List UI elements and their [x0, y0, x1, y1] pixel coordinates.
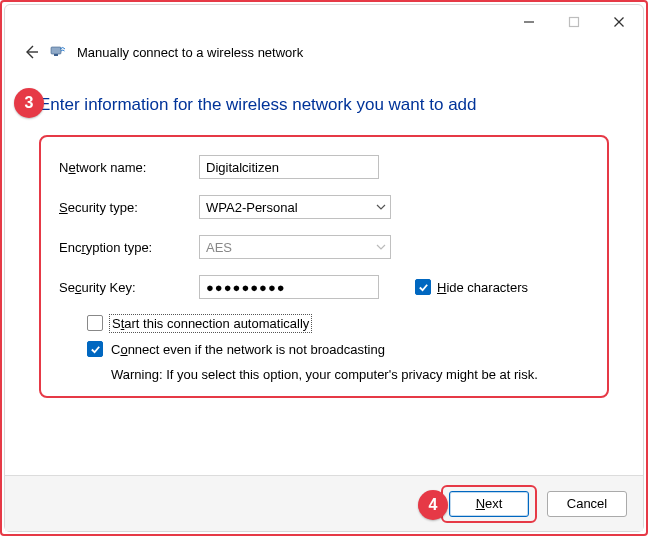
start-auto-option[interactable]: Start this connection automatically [87, 315, 589, 331]
connect-nonbroadcast-checkbox[interactable] [87, 341, 103, 357]
chevron-down-icon [376, 202, 386, 212]
form-highlight-box: Network name: Security type: WPA2-Person… [39, 135, 609, 398]
maximize-button [551, 7, 596, 37]
wizard-title: Manually connect to a wireless network [77, 45, 303, 60]
annotation-step-3: 3 [14, 88, 44, 118]
security-type-label: Security type: [59, 200, 199, 215]
minimize-button[interactable] [506, 7, 551, 37]
security-type-select[interactable]: WPA2-Personal [199, 195, 391, 219]
network-wizard-icon [49, 43, 67, 61]
titlebar [5, 5, 643, 39]
start-auto-label: Start this connection automatically [111, 316, 310, 331]
page-heading: Enter information for the wireless netwo… [39, 95, 609, 115]
security-type-value: WPA2-Personal [206, 200, 298, 215]
security-key-input[interactable] [199, 275, 379, 299]
network-name-label: Network name: [59, 160, 199, 175]
next-button-highlight: Next [441, 485, 537, 523]
connect-nonbroadcast-label: Connect even if the network is not broad… [111, 342, 385, 357]
wizard-header: Manually connect to a wireless network [5, 39, 643, 71]
hide-characters-label: Hide characters [437, 280, 528, 295]
svg-rect-1 [569, 18, 578, 27]
cancel-button[interactable]: Cancel [547, 491, 627, 517]
sub-options: Start this connection automatically Conn… [87, 315, 589, 382]
encryption-type-value: AES [206, 240, 232, 255]
connect-nonbroadcast-option[interactable]: Connect even if the network is not broad… [87, 341, 589, 357]
next-button[interactable]: Next [449, 491, 529, 517]
wizard-footer: Next Cancel [5, 475, 643, 531]
security-key-label: Security Key: [59, 280, 199, 295]
encryption-type-label: Encryption type: [59, 240, 199, 255]
start-auto-checkbox[interactable] [87, 315, 103, 331]
back-arrow-icon[interactable] [23, 44, 39, 60]
hide-characters-checkbox[interactable] [415, 279, 431, 295]
svg-rect-5 [51, 47, 61, 54]
row-security-key: Security Key: Hide characters [59, 275, 589, 299]
hide-characters-option[interactable]: Hide characters [415, 279, 528, 295]
wizard-window: Manually connect to a wireless network E… [4, 4, 644, 532]
wizard-content: Enter information for the wireless netwo… [5, 71, 643, 475]
annotation-step-4: 4 [418, 490, 448, 520]
chevron-down-icon [376, 242, 386, 252]
close-button[interactable] [596, 7, 641, 37]
svg-rect-6 [54, 54, 58, 56]
row-encryption-type: Encryption type: AES [59, 235, 589, 259]
network-name-input[interactable] [199, 155, 379, 179]
privacy-warning-text: Warning: If you select this option, your… [111, 367, 589, 382]
encryption-type-select: AES [199, 235, 391, 259]
row-network-name: Network name: [59, 155, 589, 179]
row-security-type: Security type: WPA2-Personal [59, 195, 589, 219]
